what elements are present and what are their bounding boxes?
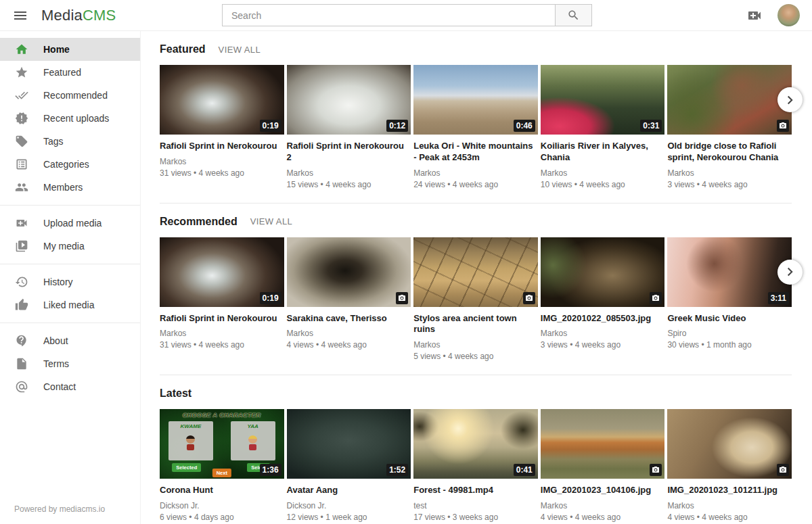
- media-card[interactable]: 0:19 Rafioli Sprint in Nerokourou Markos…: [160, 237, 284, 362]
- media-title[interactable]: Forest - 49981.mp4: [413, 485, 538, 496]
- media-card[interactable]: 0:31 Koiliaris River in Kalyves, Chania …: [541, 65, 665, 189]
- media-title[interactable]: Leuka Ori - White mountains - Peak at 24…: [413, 141, 538, 163]
- media-card[interactable]: CHOOSE A CHARACTER KWAME YAA Selected Ne…: [160, 409, 284, 522]
- media-author[interactable]: Markos: [667, 501, 792, 510]
- sidebar-item-contact[interactable]: Contact: [0, 375, 140, 398]
- media-title[interactable]: Koiliaris River in Kalyves, Chania: [541, 141, 665, 163]
- media-thumbnail[interactable]: 0:46: [413, 65, 538, 135]
- media-title[interactable]: IMG_20201023_101211.jpg: [667, 485, 792, 496]
- search-icon: [567, 9, 580, 22]
- media-title[interactable]: Stylos area ancient town ruins: [413, 313, 538, 335]
- media-title[interactable]: Rafioli Sprint in Nerokourou: [160, 141, 284, 152]
- media-thumbnail[interactable]: 0:19: [160, 237, 284, 307]
- media-author[interactable]: Markos: [160, 329, 284, 338]
- media-card[interactable]: Stylos area ancient town ruins Markos 5 …: [413, 237, 538, 362]
- media-title[interactable]: Sarakina cave, Therisso: [287, 313, 411, 325]
- sidebar-item-recommended[interactable]: Recommended: [0, 84, 140, 107]
- sidebar-item-categories[interactable]: Categories: [0, 153, 140, 176]
- sidebar-item-featured[interactable]: Featured: [0, 61, 140, 84]
- media-card[interactable]: IMG_20201023_104106.jpg Markos 4 views •…: [541, 409, 665, 522]
- photo-badge: [777, 120, 789, 132]
- powered-by-link[interactable]: Powered by mediacms.io: [0, 504, 140, 524]
- view-all-link[interactable]: VIEW ALL: [219, 45, 261, 55]
- sidebar-item-recent-uploads[interactable]: Recent uploads: [0, 107, 140, 130]
- media-author[interactable]: Markos: [413, 340, 538, 350]
- media-thumbnail[interactable]: [413, 237, 538, 307]
- media-thumbnail[interactable]: [541, 237, 665, 307]
- sidebar-item-history[interactable]: History: [0, 270, 140, 293]
- sidebar-item-terms[interactable]: Terms: [0, 352, 140, 375]
- media-card[interactable]: 1:52 Avatar Aang Dickson Jr. 12 views • …: [287, 409, 411, 522]
- next-arrow-button[interactable]: [777, 87, 803, 112]
- next-arrow-button[interactable]: [777, 260, 803, 285]
- media-title[interactable]: Old bridge close to Rafioli sprint, Nero…: [667, 141, 792, 163]
- media-title[interactable]: IMG_20201022_085503.jpg: [541, 313, 665, 325]
- logo-text-media: Media: [41, 7, 83, 24]
- section-recommended: Recommended VIEW ALL 0:19 Rafioli Sprint…: [160, 204, 792, 376]
- sidebar-item-home[interactable]: Home: [0, 38, 140, 61]
- view-all-link[interactable]: VIEW ALL: [250, 216, 292, 227]
- sidebar-item-members[interactable]: Members: [0, 176, 140, 199]
- media-author[interactable]: test: [413, 501, 538, 510]
- media-thumbnail[interactable]: 0:19: [160, 65, 284, 135]
- media-card[interactable]: Sarakina cave, Therisso Markos 4 views •…: [287, 237, 411, 362]
- media-thumbnail[interactable]: 0:41: [413, 409, 538, 479]
- media-thumbnail[interactable]: CHOOSE A CHARACTER KWAME YAA Selected Ne…: [160, 409, 284, 479]
- media-title[interactable]: Greek Music Video: [667, 313, 792, 325]
- logo[interactable]: MediaCMS: [41, 7, 116, 24]
- media-author[interactable]: Markos: [287, 168, 411, 178]
- hamburger-menu-button[interactable]: [7, 2, 34, 29]
- media-author[interactable]: Markos: [413, 168, 538, 178]
- search-input[interactable]: [222, 4, 555, 26]
- media-author[interactable]: Markos: [541, 168, 665, 178]
- section-title: Recommended: [160, 216, 238, 228]
- media-card[interactable]: 0:12 Rafioli Sprint in Nerokourou 2 Mark…: [287, 65, 411, 189]
- photo-badge: [523, 292, 535, 304]
- game-next-button: Next: [212, 469, 231, 477]
- camera-icon: [398, 294, 406, 302]
- sidebar-item-liked-media[interactable]: Liked media: [0, 293, 140, 316]
- sidebar-item-upload-media[interactable]: Upload media: [0, 212, 140, 235]
- media-author[interactable]: Dickson Jr.: [160, 501, 284, 510]
- media-thumbnail[interactable]: [541, 409, 665, 479]
- media-title[interactable]: Avatar Aang: [287, 485, 411, 496]
- media-thumbnail[interactable]: 0:31: [541, 65, 665, 135]
- media-thumbnail[interactable]: 0:12: [287, 65, 411, 135]
- media-thumbnail[interactable]: 1:52: [287, 409, 411, 479]
- media-author[interactable]: Dickson Jr.: [287, 501, 411, 510]
- media-author[interactable]: Markos: [667, 168, 792, 178]
- sidebar-item-about[interactable]: About: [0, 329, 140, 352]
- media-card[interactable]: IMG_20201023_101211.jpg Markos 4 views •…: [667, 409, 792, 522]
- media-card[interactable]: 0:41 Forest - 49981.mp4 test 17 views • …: [413, 409, 538, 522]
- media-author[interactable]: Spiro: [667, 329, 792, 338]
- user-avatar[interactable]: [777, 4, 800, 26]
- upload-media-button[interactable]: [745, 6, 764, 25]
- media-author[interactable]: Markos: [287, 329, 411, 338]
- sidebar-nav: Home Featured Recommended Recent uploads…: [0, 38, 140, 398]
- media-title[interactable]: Rafioli Sprint in Nerokourou 2: [287, 141, 411, 163]
- media-thumbnail[interactable]: [667, 409, 792, 479]
- document-icon: [14, 356, 29, 371]
- media-title[interactable]: Corona Hunt: [160, 485, 284, 496]
- header-actions: [745, 4, 800, 26]
- media-author[interactable]: Markos: [160, 157, 284, 166]
- media-thumbnail[interactable]: [287, 237, 411, 307]
- media-card[interactable]: 0:19 Rafioli Sprint in Nerokourou Markos…: [160, 65, 284, 189]
- media-card[interactable]: Old bridge close to Rafioli sprint, Nero…: [667, 65, 792, 189]
- media-card[interactable]: 3:11 Greek Music Video Spiro 30 views • …: [667, 237, 792, 362]
- media-thumbnail[interactable]: 3:11: [667, 237, 792, 307]
- media-author[interactable]: Markos: [541, 501, 665, 510]
- sidebar-item-label: Contact: [43, 381, 76, 392]
- media-thumbnail[interactable]: [667, 65, 792, 135]
- character-panel-right: YAA: [231, 421, 275, 461]
- media-card[interactable]: 0:46 Leuka Ori - White mountains - Peak …: [413, 65, 538, 189]
- sidebar-item-tags[interactable]: Tags: [0, 130, 140, 153]
- media-title[interactable]: IMG_20201023_104106.jpg: [541, 485, 665, 496]
- media-title[interactable]: Rafioli Sprint in Nerokourou: [160, 313, 284, 325]
- sidebar-item-my-media[interactable]: My media: [0, 235, 140, 258]
- search-button[interactable]: [555, 4, 592, 26]
- media-card[interactable]: IMG_20201022_085503.jpg Markos 3 views •…: [541, 237, 665, 362]
- duration-badge: 0:41: [514, 464, 535, 476]
- media-author[interactable]: Markos: [541, 329, 665, 338]
- sidebar-divider: [0, 323, 140, 323]
